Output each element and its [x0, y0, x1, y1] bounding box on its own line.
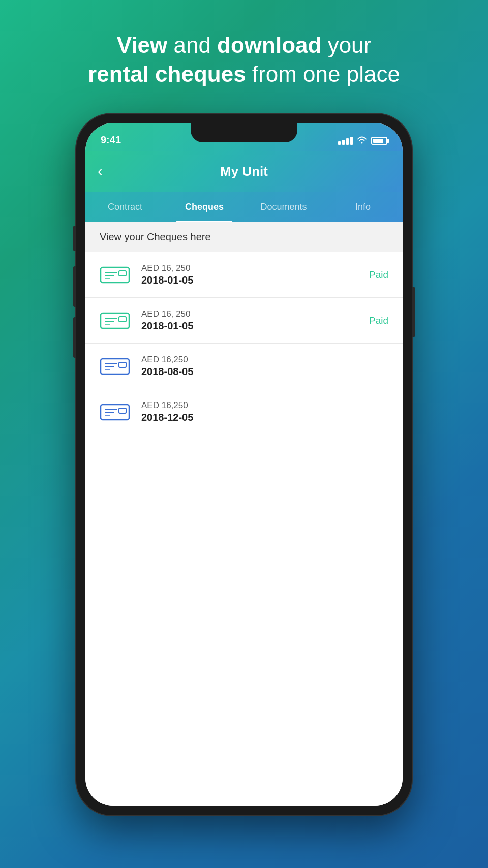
cheque-item[interactable]: AED 16, 250 2018-01-05 Paid: [85, 298, 403, 344]
content-area: View your Cheques here AED: [85, 222, 403, 806]
cheque-icon: [100, 310, 130, 331]
svg-rect-13: [119, 362, 126, 367]
phone-notch: [191, 123, 297, 142]
cheque-status: Paid: [369, 269, 388, 281]
wifi-icon: [357, 136, 367, 146]
cheque-date: 2018-08-05: [141, 366, 377, 378]
tab-info[interactable]: Info: [323, 192, 403, 222]
cheque-status: Paid: [369, 315, 388, 326]
battery-icon: [371, 137, 387, 145]
signal-icon: [338, 137, 353, 145]
cheque-info: AED 16,250 2018-08-05: [141, 355, 377, 378]
cheque-info: AED 16,250 2018-12-05: [141, 400, 377, 423]
cheque-item[interactable]: AED 16,250 2018-08-05: [85, 344, 403, 389]
cheque-list: AED 16, 250 2018-01-05 Paid: [85, 252, 403, 435]
headline-rental: rental cheques: [88, 61, 246, 86]
headline-download: download: [217, 33, 321, 57]
headline: View and download your rental cheques fr…: [57, 30, 431, 88]
cheque-date: 2018-01-05: [141, 320, 358, 332]
cheque-icon: [100, 356, 130, 377]
svg-rect-18: [119, 408, 126, 413]
tab-documents[interactable]: Documents: [244, 192, 323, 222]
cheque-icon: [100, 264, 130, 286]
section-header: View your Cheques here: [85, 222, 403, 252]
svg-rect-3: [119, 271, 126, 276]
cheque-date: 2018-01-05: [141, 274, 358, 286]
cheque-amount: AED 16,250: [141, 355, 377, 365]
cheque-date: 2018-12-05: [141, 412, 377, 423]
cheque-info: AED 16, 250 2018-01-05: [141, 263, 358, 286]
status-time: 9:41: [101, 134, 121, 146]
tab-cheques[interactable]: Cheques: [165, 192, 244, 222]
phone-mockup: 9:41: [76, 114, 412, 815]
cheque-amount: AED 16,250: [141, 400, 377, 411]
back-button[interactable]: ‹: [98, 163, 102, 179]
tab-contract[interactable]: Contract: [85, 192, 165, 222]
headline-view: View: [117, 33, 167, 57]
cheque-item[interactable]: AED 16,250 2018-12-05: [85, 389, 403, 435]
app-title: My Unit: [220, 164, 268, 179]
cheque-icon: [100, 401, 130, 423]
cheque-amount: AED 16, 250: [141, 263, 358, 273]
tabs-bar: Contract Cheques Documents Info: [85, 192, 403, 222]
cheque-amount: AED 16, 250: [141, 309, 358, 319]
cheque-item[interactable]: AED 16, 250 2018-01-05 Paid: [85, 252, 403, 298]
status-icons: [338, 136, 387, 146]
phone-screen: 9:41: [85, 123, 403, 806]
cheque-info: AED 16, 250 2018-01-05: [141, 309, 358, 332]
app-header: ‹ My Unit: [85, 151, 403, 192]
svg-rect-8: [119, 317, 126, 322]
